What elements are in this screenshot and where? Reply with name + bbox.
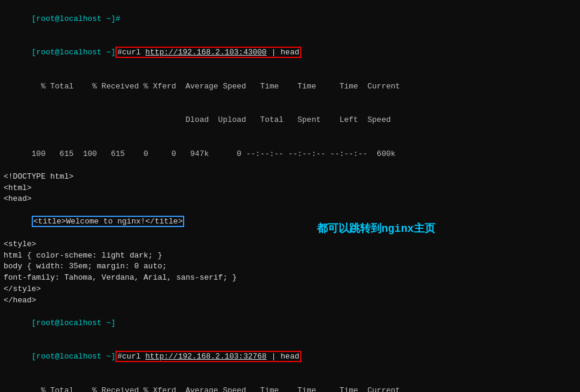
prompt-2: [root@localhost ~] (32, 352, 115, 361)
html1-endstyle: </style> (4, 284, 576, 295)
html1-css3: font-family: Tahoma, Verdana, Arial, san… (4, 272, 576, 284)
html1-head: <head> (4, 194, 576, 205)
cmd2-box: #curl http://192.168.2.103:32768 | head (115, 351, 301, 362)
curl-header-1a: % Total % Received % Xferd Average Speed… (4, 70, 576, 104)
annotation-text: 都可以跳转到nginx主页 (317, 221, 435, 237)
line-cmd2: [root@localhost ~]#curl http://192.168.2… (4, 340, 576, 374)
curl-header-2a: % Total % Received % Xferd Average Speed… (4, 374, 576, 392)
html1-title-line: <title>Welcome to nginx!</title> (4, 205, 576, 239)
html1-style: <style> (4, 239, 576, 250)
prompt-blank: [root@localhost ~] (32, 318, 115, 327)
html1-title-box: <title>Welcome to nginx!</title> (32, 216, 185, 227)
html1-css2: body { width: 35em; margin: 0 auto; (4, 261, 576, 272)
curl-data-1: 100 615 100 615 0 0 947k 0 --:--:-- --:-… (4, 137, 576, 172)
line-cmd1: [root@localhost ~]#curl http://192.168.2… (4, 36, 576, 71)
html1-css1: html { color-scheme: light dark; } (4, 250, 576, 262)
curl-header-1b: Dload Upload Total Spent Left Speed (4, 104, 576, 138)
prompt-prev: [root@localhost ~]# (32, 14, 120, 23)
terminal[interactable]: [root@localhost ~]# [root@localhost ~]#c… (0, 0, 580, 392)
cmd1-box: #curl http://192.168.2.103:43000 | head (115, 47, 301, 58)
line-blank-prompt: [root@localhost ~] (4, 307, 576, 341)
html1-endhead: </head> (4, 295, 576, 307)
line-prev-result: [root@localhost ~]# (4, 2, 576, 36)
terminal-wrapper: [root@localhost ~]# [root@localhost ~]#c… (0, 0, 580, 392)
html1-doctype: <!DOCTYPE html> (4, 172, 576, 183)
prompt-1: [root@localhost ~] (32, 48, 115, 57)
html1-html: <html> (4, 183, 576, 194)
